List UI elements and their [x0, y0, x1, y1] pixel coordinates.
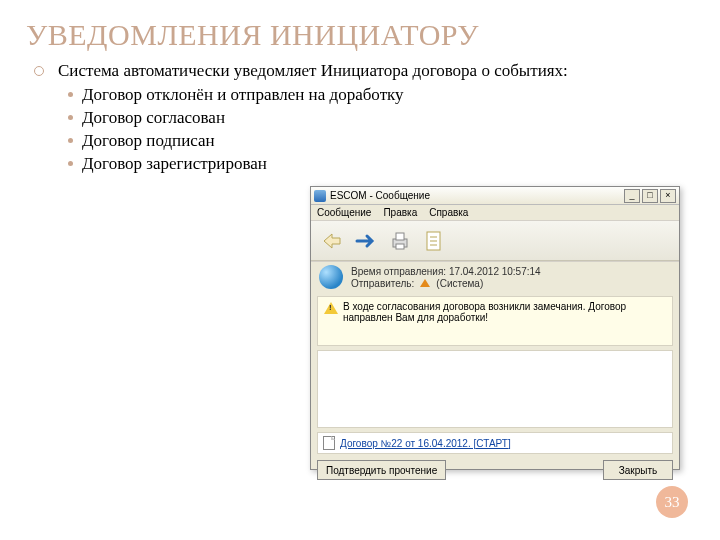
message-text: В ходе согласования договора возникли за… [343, 301, 666, 323]
bullet-list: Договор отклонён и отправлен на доработк… [40, 84, 690, 176]
warning-icon [324, 302, 338, 314]
svg-rect-1 [396, 233, 404, 240]
list-item: Договор отклонён и отправлен на доработк… [68, 84, 690, 107]
document-icon[interactable] [419, 226, 449, 256]
lead-text: Система автоматически уведомляет Инициат… [40, 60, 690, 82]
menubar: Сообщение Правка Справка [311, 205, 679, 221]
print-icon[interactable] [385, 226, 415, 256]
attachment-link[interactable]: Договор №22 от 16.04.2012. [СТАРТ] [340, 438, 511, 449]
globe-icon [319, 265, 343, 289]
page-number-badge: 33 [656, 486, 688, 518]
close-message-button[interactable]: Закрыть [603, 460, 673, 480]
list-item: Договор подписан [68, 130, 690, 153]
app-icon [314, 190, 326, 202]
toolbar [311, 221, 679, 261]
list-item: Договор согласован [68, 107, 690, 130]
svg-rect-2 [396, 244, 404, 249]
from-label: Отправитель: [351, 278, 414, 289]
confirm-read-button[interactable]: Подтвердить прочтение [317, 460, 446, 480]
from-value: (Система) [436, 278, 483, 289]
minimize-button[interactable]: _ [624, 189, 640, 203]
menu-message[interactable]: Сообщение [317, 207, 371, 218]
slide-title: УВЕДОМЛЕНИЯ ИНИЦИАТОРУ [0, 0, 720, 60]
menu-help[interactable]: Справка [429, 207, 468, 218]
attachment-row: Договор №22 от 16.04.2012. [СТАРТ] [317, 432, 673, 454]
close-button[interactable]: × [660, 189, 676, 203]
maximize-button[interactable]: □ [642, 189, 658, 203]
reply-icon[interactable] [317, 226, 347, 256]
empty-panel [317, 350, 673, 428]
sent-value: 17.04.2012 10:57:14 [449, 266, 541, 277]
attachment-doc-icon [323, 436, 335, 450]
forward-icon[interactable] [351, 226, 381, 256]
list-item: Договор зарегистрирован [68, 153, 690, 176]
message-body: В ходе согласования договора возникли за… [317, 296, 673, 346]
message-window: ESCOM - Сообщение _ □ × Сообщение Правка… [310, 186, 680, 470]
sender-arrow-icon [420, 279, 430, 287]
window-titlebar[interactable]: ESCOM - Сообщение _ □ × [311, 187, 679, 205]
window-title: ESCOM - Сообщение [330, 190, 624, 201]
sent-label: Время отправления: [351, 266, 446, 277]
menu-edit[interactable]: Правка [383, 207, 417, 218]
